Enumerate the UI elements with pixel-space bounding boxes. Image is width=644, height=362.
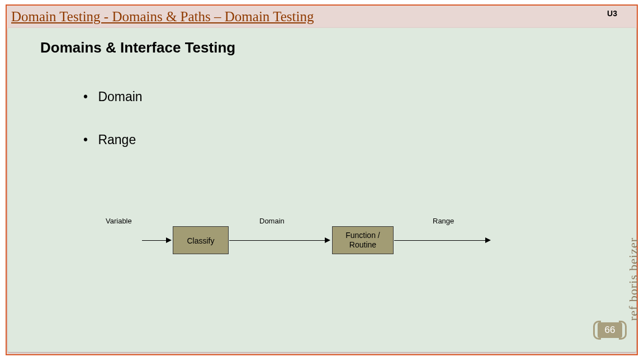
- bullet-item: • Range: [83, 132, 143, 147]
- diagram-label-variable: Variable: [106, 217, 132, 225]
- bullet-item: • Domain: [83, 89, 143, 104]
- unit-label: U3: [607, 9, 617, 18]
- bracket-right-icon: [619, 321, 627, 340]
- title-strip: Domain Testing - Domains & Paths – Domai…: [7, 6, 637, 26]
- diagram-label-domain: Domain: [259, 217, 285, 225]
- diagram-label-range: Range: [433, 217, 454, 225]
- content-area: Domains & Interface Testing • Domain • R…: [8, 28, 636, 352]
- bullet-list: • Domain • Range: [83, 89, 143, 175]
- page-number-badge: 66: [598, 322, 622, 338]
- flow-diagram: Variable Domain Range Classify Function …: [75, 201, 511, 268]
- section-heading: Domains & Interface Testing: [40, 39, 235, 56]
- citation-side-text: ref boris beizer: [626, 237, 641, 321]
- slide-frame: Domain Testing - Domains & Paths – Domai…: [6, 4, 638, 355]
- box-label: Function / Routine: [333, 231, 393, 250]
- arrow-head-icon: [485, 237, 491, 243]
- arrow-head-icon: [166, 237, 172, 243]
- arrow-line: [394, 240, 486, 241]
- arrow-head-icon: [325, 237, 330, 243]
- classify-box: Classify: [173, 226, 229, 254]
- page-number: 66: [605, 325, 615, 336]
- function-box: Function / Routine: [332, 226, 394, 254]
- arrow-line: [229, 240, 326, 241]
- page-title: Domain Testing - Domains & Paths – Domai…: [11, 9, 314, 25]
- bullet-text: Domain: [98, 89, 142, 104]
- bullet-dot-icon: •: [83, 89, 94, 104]
- box-label: Classify: [187, 236, 214, 246]
- arrow-line: [142, 240, 167, 241]
- bullet-text: Range: [98, 132, 136, 147]
- bullet-dot-icon: •: [83, 132, 94, 147]
